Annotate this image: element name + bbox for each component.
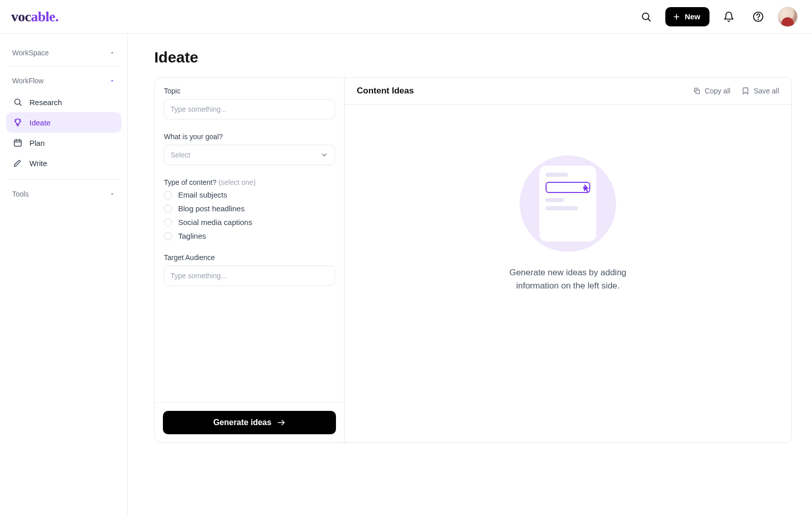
sidebar-section-workspace[interactable]: WorkSpace [6,44,121,62]
main-content: Ideate Topic What is your goal? Select [128,34,812,515]
results-header: Content Ideas Copy all Save [345,78,791,105]
generate-button[interactable]: Generate ideas [163,411,336,434]
sidebar-item-write[interactable]: Write [6,153,121,173]
radio-icon [164,232,172,240]
ideate-panel: Topic What is your goal? Select [154,77,792,443]
divider [8,179,119,180]
bookmark-icon [741,87,750,95]
notifications-button[interactable] [719,7,739,27]
sidebar-item-label: Plan [29,139,45,147]
sidebar: WorkSpace WorkFlow Research [0,34,128,515]
results-title: Content Ideas [357,86,414,96]
sidebar-item-research[interactable]: Research [6,92,121,112]
svg-line-7 [19,104,21,105]
svg-point-6 [15,99,20,105]
empty-illustration [520,155,616,252]
svg-line-1 [648,19,650,21]
header-actions: New [636,7,798,27]
phone-mock-icon [539,166,596,242]
calendar-icon [13,138,22,147]
lightbulb-icon [13,118,22,127]
sidebar-item-label: Write [29,159,47,168]
field-content-type: Type of content? (select one) Email subj… [164,178,335,240]
chevron-down-icon [320,151,328,159]
empty-state: Generate new ideas by adding information… [345,105,791,442]
topic-input[interactable] [164,99,335,119]
help-icon [753,11,764,22]
save-all-label: Save all [754,87,779,95]
svg-line-10 [15,119,16,120]
content-type-hint: (select one) [218,178,255,186]
radio-blog-headlines[interactable]: Blog post headlines [164,204,335,213]
goal-select[interactable]: Select [164,145,335,165]
new-button[interactable]: New [665,7,709,26]
copy-all-label: Copy all [705,87,731,95]
svg-point-0 [642,13,649,19]
empty-line2: information on the left side. [510,279,627,293]
copy-icon [693,87,701,95]
chevron-down-icon [109,191,115,197]
goal-label: What is your goal? [164,133,335,141]
copy-all-button[interactable]: Copy all [693,87,731,95]
sidebar-section-tools[interactable]: Tools [6,185,121,203]
search-button[interactable] [636,7,656,27]
app-header: vocable. New [0,0,812,34]
search-icon [640,11,652,22]
radio-email-subjects[interactable]: Email subjects [164,190,335,199]
generate-label: Generate ideas [213,418,272,427]
empty-text: Generate new ideas by adding information… [510,266,627,292]
brand-part1: voc [11,9,31,24]
sidebar-item-plan[interactable]: Plan [6,133,121,153]
radio-taglines[interactable]: Taglines [164,232,335,240]
page-title: Ideate [154,49,792,66]
radio-label: Social media captions [178,218,252,227]
radio-icon [164,191,172,199]
sidebar-item-label: Ideate [29,118,51,127]
field-topic: Topic [164,87,335,119]
new-button-label: New [685,12,700,21]
sidebar-section-workflow[interactable]: WorkFlow [6,72,121,90]
radio-label: Taglines [178,232,206,240]
search-icon [13,98,22,107]
section-label: WorkFlow [12,77,44,85]
workflow-nav: Research Ideate Plan Write [6,92,121,173]
pointer-icon [580,183,593,196]
sidebar-item-ideate[interactable]: Ideate [6,112,121,133]
empty-line1: Generate new ideas by adding [510,266,627,279]
topic-label: Topic [164,87,335,95]
help-button[interactable] [748,7,768,27]
divider [8,66,119,67]
radio-icon [164,218,172,227]
radio-social-captions[interactable]: Social media captions [164,218,335,227]
content-type-label: Type of content? (select one) [164,178,335,186]
chevron-down-icon [109,50,115,56]
plus-icon [672,13,681,21]
radio-icon [164,205,172,213]
radio-label: Blog post headlines [178,204,245,213]
field-goal: What is your goal? Select [164,133,335,165]
form-panel: Topic What is your goal? Select [155,78,345,442]
save-all-button[interactable]: Save all [741,87,779,95]
radio-label: Email subjects [178,190,227,199]
field-audience: Target Audience [164,253,335,286]
pen-icon [13,158,22,168]
svg-rect-12 [14,140,21,146]
chevron-up-icon [109,78,115,84]
brand-part2: able [31,9,55,24]
svg-point-5 [758,19,759,19]
content-type-options: Email subjects Blog post headlines Socia… [164,190,335,240]
svg-line-11 [20,119,20,120]
goal-placeholder: Select [171,151,190,159]
brand-logo: vocable. [11,9,58,25]
section-label: WorkSpace [12,49,49,57]
audience-input[interactable] [164,266,335,286]
brand-dot: . [55,9,59,24]
avatar[interactable] [777,7,798,27]
sidebar-item-label: Research [29,98,62,107]
results-panel: Content Ideas Copy all Save [345,78,791,442]
arrow-right-icon [277,418,286,427]
section-label: Tools [12,190,29,198]
generate-bar: Generate ideas [155,402,344,442]
bell-icon [723,11,734,22]
svg-rect-17 [696,90,699,93]
